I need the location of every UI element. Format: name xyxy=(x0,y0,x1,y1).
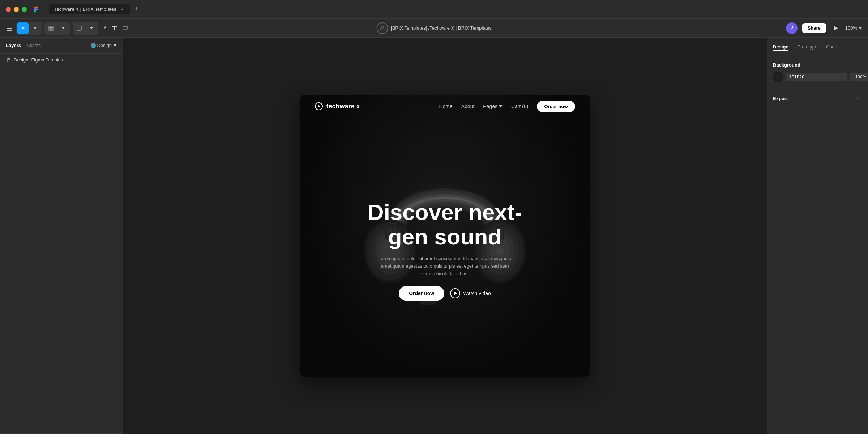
svg-rect-1 xyxy=(7,28,12,29)
main-layout: Layers Assets Design Designr Figma Templ… xyxy=(0,38,868,434)
toolbar-left xyxy=(6,22,129,35)
user-avatar-circle[interactable] xyxy=(786,22,798,34)
nav-home[interactable]: Home xyxy=(439,103,452,109)
svg-rect-3 xyxy=(49,26,51,28)
breadcrumb-text: [BRIX Templates] /Techware X | BRIX Temp… xyxy=(391,25,492,31)
background-row xyxy=(773,72,862,82)
menu-icon[interactable] xyxy=(6,22,13,34)
hero-subtitle: Lorem ipsum dolor sit amet consectetur. … xyxy=(376,255,514,277)
design-plugin-dropdown[interactable]: Design xyxy=(91,43,117,48)
svg-rect-4 xyxy=(51,26,53,28)
svg-rect-7 xyxy=(77,26,81,30)
move-tool-dropdown[interactable] xyxy=(29,22,41,34)
background-label: Background xyxy=(773,62,862,68)
tab-title: Techware X | BRIX Templates xyxy=(54,7,116,12)
panel-tabs: Layers Assets Design xyxy=(0,38,123,54)
assets-tab[interactable]: Assets xyxy=(27,41,41,50)
left-panel: Layers Assets Design Designr Figma Templ… xyxy=(0,38,123,434)
canvas-area[interactable]: techware x Home About Pages Cart (0) Ord… xyxy=(123,38,767,434)
zoom-control[interactable]: 100% xyxy=(845,25,862,31)
export-section: Export + xyxy=(767,88,868,109)
logo-text: techware x xyxy=(326,103,360,110)
watch-btn-label: Watch video xyxy=(463,290,491,296)
toolbar-right: Share 100% xyxy=(786,22,862,34)
close-button[interactable] xyxy=(6,7,11,12)
toolbar: [BRIX Templates] /Techware X | BRIX Temp… xyxy=(0,19,868,38)
hero-order-button[interactable]: Order now xyxy=(399,286,444,301)
frame-tool[interactable] xyxy=(45,22,57,34)
site-logo: techware x xyxy=(315,102,360,110)
hero-content: Discover next-gen sound Lorem ipsum dolo… xyxy=(355,200,535,301)
user-avatar[interactable] xyxy=(376,22,388,34)
zoom-value: 100% xyxy=(845,25,857,31)
nav-order-button[interactable]: Order now xyxy=(537,101,575,112)
frame-tool-dropdown[interactable] xyxy=(57,22,69,34)
breadcrumb: [BRIX Templates] /Techware X | BRIX Temp… xyxy=(376,22,492,34)
right-panel: Design Prototype Code Background Expor xyxy=(767,38,868,434)
right-tab-prototype[interactable]: Prototype xyxy=(797,43,817,51)
site-nav: techware x Home About Pages Cart (0) Ord… xyxy=(300,95,590,118)
move-tool[interactable] xyxy=(17,22,29,34)
title-bar: Techware X | BRIX Templates × + xyxy=(0,0,868,19)
hero-watch-button[interactable]: Watch video xyxy=(450,288,491,298)
svg-point-9 xyxy=(791,26,793,28)
background-hex-input[interactable] xyxy=(786,73,847,81)
layer-name: Designr Figma Template xyxy=(14,57,65,63)
tab-bar: Techware X | BRIX Templates × + xyxy=(49,4,142,14)
export-add-button[interactable]: + xyxy=(854,94,862,103)
frame-tool-group xyxy=(44,22,70,35)
panel-resizer[interactable] xyxy=(0,433,123,434)
move-tool-group xyxy=(16,22,42,35)
figma-icon xyxy=(33,5,39,14)
export-label: Export xyxy=(773,96,788,101)
hero-title: Discover next-gen sound xyxy=(355,200,535,249)
svg-rect-5 xyxy=(49,29,51,30)
design-label: Design xyxy=(97,43,112,48)
play-triangle-icon xyxy=(454,292,457,295)
right-tab-code[interactable]: Code xyxy=(826,43,837,51)
right-tab-design[interactable]: Design xyxy=(773,43,788,51)
svg-point-8 xyxy=(381,26,383,28)
nav-cart[interactable]: Cart (0) xyxy=(511,103,528,109)
svg-rect-2 xyxy=(7,30,12,31)
background-section: Background xyxy=(767,56,868,88)
design-dot-icon xyxy=(91,43,96,48)
layers-tab[interactable]: Layers xyxy=(6,41,21,50)
export-row: Export + xyxy=(773,94,862,103)
present-button[interactable] xyxy=(831,23,841,33)
comment-tool[interactable] xyxy=(121,22,129,34)
background-opacity-input[interactable] xyxy=(850,73,868,81)
svg-rect-6 xyxy=(51,29,53,30)
new-tab-button[interactable]: + xyxy=(132,4,142,14)
figma-layer-icon xyxy=(6,56,11,63)
website-preview: techware x Home About Pages Cart (0) Ord… xyxy=(300,95,590,377)
active-tab[interactable]: Techware X | BRIX Templates × xyxy=(49,4,130,14)
site-nav-links: Home About Pages Cart (0) Order now xyxy=(439,101,575,112)
shape-tool[interactable] xyxy=(73,22,85,34)
nav-pages-dropdown[interactable]: Pages xyxy=(483,103,503,109)
background-color-swatch[interactable] xyxy=(773,72,783,82)
share-button[interactable]: Share xyxy=(802,23,826,33)
play-circle-icon xyxy=(450,288,460,298)
nav-about[interactable]: About xyxy=(461,103,475,109)
traffic-lights xyxy=(6,7,27,12)
pen-tool[interactable] xyxy=(101,22,108,34)
fullscreen-button[interactable] xyxy=(22,7,27,12)
layer-item[interactable]: Designr Figma Template xyxy=(0,54,123,66)
tab-close-button[interactable]: × xyxy=(119,7,125,12)
minimize-button[interactable] xyxy=(14,7,19,12)
hero-buttons: Order now Watch video xyxy=(399,286,491,301)
svg-rect-0 xyxy=(7,26,12,26)
hero-section: Discover next-gen sound Lorem ipsum dolo… xyxy=(300,95,590,377)
shape-tool-dropdown[interactable] xyxy=(86,22,97,34)
logo-icon xyxy=(315,102,323,110)
text-tool[interactable] xyxy=(111,22,119,34)
right-panel-tabs: Design Prototype Code xyxy=(767,38,868,56)
shape-tool-group xyxy=(73,22,98,35)
